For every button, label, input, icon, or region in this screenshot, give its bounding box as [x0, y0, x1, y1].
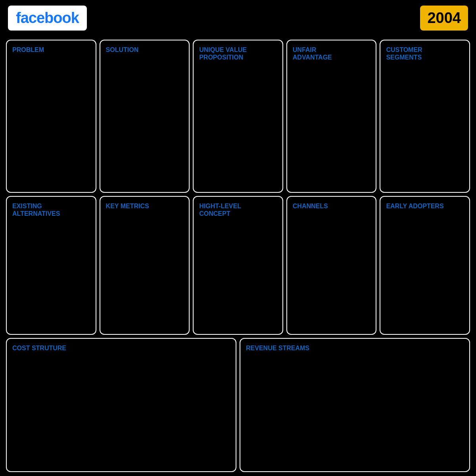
channels-label: CHANNELS: [293, 203, 328, 209]
existing-alternatives-label: EXISTINGALTERNATIVES: [12, 203, 60, 217]
col-customer: CUSTOMERSEGMENTS EARLY ADOPTERS: [380, 40, 470, 335]
revenue-streams-label: REVENUE STREAMS: [246, 345, 309, 351]
card-customer-segments: CUSTOMERSEGMENTS: [380, 40, 470, 193]
col-unfair: UNFAIRADVANTAGE CHANNELS: [286, 40, 377, 335]
logo-text: facebook: [16, 10, 79, 27]
bottom-section: COST STRUTURE REVENUE STREAMS: [6, 338, 470, 472]
solution-label: SOLUTION: [106, 46, 139, 53]
unfair-advantage-label: UNFAIRADVANTAGE: [293, 46, 332, 61]
customer-segments-label: CUSTOMERSEGMENTS: [386, 46, 422, 61]
year-text: 2004: [427, 10, 461, 26]
early-adopters-label: EARLY ADOPTERS: [386, 203, 443, 209]
col-solution-col: SOLUTION KEY METRICS: [100, 40, 190, 335]
uvp-label: UNIQUE VALUEPROPOSITION: [199, 46, 247, 61]
card-unique-value-proposition: UNIQUE VALUEPROPOSITION: [193, 40, 283, 193]
card-revenue-streams: REVENUE STREAMS: [240, 338, 470, 472]
card-cost-structure: COST STRUTURE: [6, 338, 236, 472]
key-metrics-label: KEY METRICS: [106, 203, 149, 209]
col-uvp: UNIQUE VALUEPROPOSITION HIGHT-LEVELCONCE…: [193, 40, 283, 335]
card-key-metrics: KEY METRICS: [100, 196, 190, 335]
year-badge: 2004: [420, 6, 468, 31]
card-early-adopters: EARLY ADOPTERS: [380, 196, 470, 335]
cost-structure-label: COST STRUTURE: [12, 345, 66, 351]
header: facebook 2004: [0, 0, 476, 36]
card-channels: CHANNELS: [286, 196, 377, 335]
col-problem: PROBLEM EXISTINGALTERNATIVES: [6, 40, 96, 335]
card-unfair-advantage: UNFAIRADVANTAGE: [286, 40, 377, 193]
main-grid: PROBLEM EXISTINGALTERNATIVES SOLUTION KE…: [0, 36, 476, 476]
top-section: PROBLEM EXISTINGALTERNATIVES SOLUTION KE…: [6, 40, 470, 335]
problem-label: PROBLEM: [12, 46, 44, 53]
card-problem: PROBLEM: [6, 40, 96, 193]
logo-box: facebook: [8, 6, 87, 31]
card-solution: SOLUTION: [100, 40, 190, 193]
card-existing-alternatives: EXISTINGALTERNATIVES: [6, 196, 96, 335]
card-hight-level-concept: HIGHT-LEVELCONCEPT: [193, 196, 283, 335]
hight-level-concept-label: HIGHT-LEVELCONCEPT: [199, 203, 241, 217]
